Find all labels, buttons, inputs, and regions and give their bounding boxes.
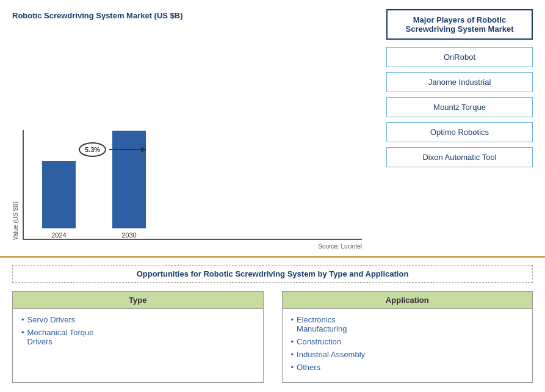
- app-item-electronics-label: ElectronicsManufacturing: [297, 315, 347, 333]
- chart-body: Value (US $B) 5.3% 2024: [12, 26, 362, 240]
- cagr-bubble: 5.3%: [79, 142, 106, 157]
- application-body: • ElectronicsManufacturing • Constructio…: [283, 309, 533, 382]
- app-item-electronics: • ElectronicsManufacturing: [291, 315, 524, 333]
- type-item-servo-label: Servo Drivers: [27, 315, 76, 324]
- bar-label-2030: 2030: [121, 231, 136, 239]
- player-item-onrobot: OnRobot: [386, 47, 533, 67]
- app-item-construction: • Construction: [291, 337, 524, 346]
- bottom-section: Opportunities for Robotic Screwdriving S…: [0, 258, 545, 392]
- app-item-others: • Others: [291, 363, 524, 372]
- player-item-optimo: Optimo Robotics: [386, 122, 533, 142]
- type-body: • Servo Drivers • Mechanical TorqueDrive…: [13, 309, 263, 382]
- type-header: Type: [13, 292, 263, 309]
- chart-title: Robotic Screwdriving System Market (US $…: [12, 11, 362, 20]
- opportunities-title: Opportunities for Robotic Screwdriving S…: [12, 265, 533, 283]
- cagr-arrow: [109, 149, 146, 150]
- application-column: Application • ElectronicsManufacturing •…: [282, 291, 533, 383]
- app-item-others-label: Others: [297, 363, 320, 372]
- bar-label-2024: 2024: [51, 231, 66, 239]
- bottom-columns: Type • Servo Drivers • Mechanical Torque…: [12, 291, 533, 383]
- bar-2024: [42, 161, 76, 228]
- player-item-dixon: Dixon Automatic Tool: [386, 147, 533, 167]
- app-item-construction-label: Construction: [297, 337, 341, 346]
- bullet-icon: •: [291, 315, 294, 333]
- top-section: Robotic Screwdriving System Market (US $…: [0, 0, 545, 258]
- source-text: Source: Lucintel: [12, 243, 362, 250]
- bullet-icon: •: [291, 363, 294, 372]
- players-title: Major Players of Robotic Screwdriving Sy…: [386, 9, 533, 40]
- player-item-mountz: Mountz Torque: [386, 97, 533, 117]
- bars-container: 5.3% 2024 2030: [23, 130, 362, 240]
- bullet-icon: •: [291, 337, 294, 346]
- app-item-industrial-label: Industrial Assembly: [297, 350, 365, 359]
- bullet-icon: •: [291, 350, 294, 359]
- bar-group-2024: 2024: [42, 161, 76, 239]
- application-header: Application: [283, 292, 533, 309]
- chart-area: Robotic Screwdriving System Market (US $…: [0, 0, 374, 256]
- y-axis-label: Value (US $B): [12, 201, 19, 240]
- players-area: Major Players of Robotic Screwdriving Sy…: [374, 0, 545, 256]
- player-item-janome: Janome Industrial: [386, 72, 533, 92]
- bullet-icon: •: [21, 328, 24, 346]
- type-item-mechanical: • Mechanical TorqueDrivers: [21, 328, 254, 346]
- cagr-annotation: 5.3%: [79, 142, 146, 157]
- chart-content: 5.3% 2024 2030: [23, 130, 362, 240]
- main-container: Robotic Screwdriving System Market (US $…: [0, 0, 545, 392]
- type-item-mechanical-label: Mechanical TorqueDrivers: [27, 328, 94, 346]
- type-column: Type • Servo Drivers • Mechanical Torque…: [12, 291, 264, 383]
- app-item-industrial: • Industrial Assembly: [291, 350, 524, 359]
- bullet-icon: •: [21, 315, 24, 324]
- type-item-servo: • Servo Drivers: [21, 315, 254, 324]
